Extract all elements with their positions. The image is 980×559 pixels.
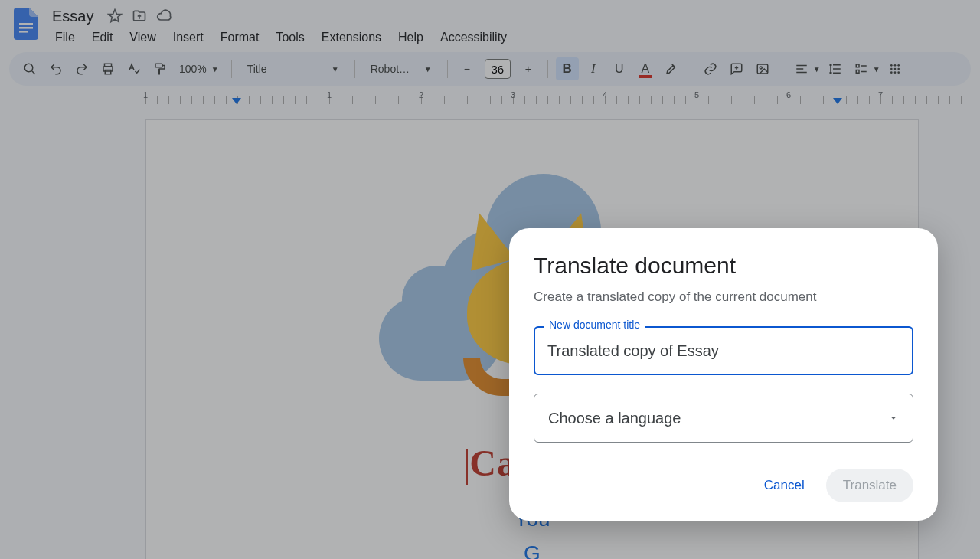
translate-dialog: Translate document Create a translated c… [509,228,938,521]
translate-button[interactable]: Translate [826,469,913,502]
dialog-title: Translate document [534,253,913,279]
chevron-down-icon [888,413,899,423]
language-placeholder: Choose a language [548,410,681,427]
cancel-button[interactable]: Cancel [750,470,818,501]
language-select[interactable]: Choose a language [534,394,913,443]
new-title-input[interactable] [534,326,913,375]
dialog-description: Create a translated copy of the current … [534,289,913,305]
new-title-label: New document title [544,319,645,331]
